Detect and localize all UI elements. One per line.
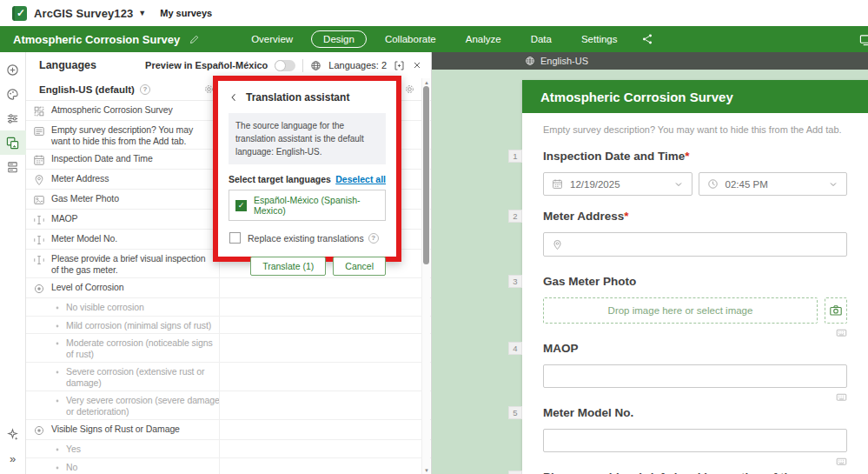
target-language-option[interactable]: ✓ Español-México (Spanish-Mexico) xyxy=(229,190,386,221)
bullet-icon xyxy=(55,341,60,346)
survey-navbar: Atmospheric Corrosion Survey OverviewDes… xyxy=(0,26,868,52)
address-input[interactable] xyxy=(543,232,847,257)
bullet-icon xyxy=(55,370,60,375)
nav-tab[interactable]: Overview xyxy=(236,31,308,47)
nav-tab[interactable]: Design xyxy=(311,30,367,48)
bullet-icon xyxy=(55,305,60,310)
question-list-item[interactable]: Level of Corrosion xyxy=(26,278,431,298)
text-input[interactable] xyxy=(543,364,847,388)
question-label: Meter Model No. xyxy=(51,233,209,244)
preview-language-toggle[interactable] xyxy=(275,60,295,71)
dialog-title: Translation assistant xyxy=(246,91,349,103)
question-label: Atmospheric Corrosion Survey xyxy=(51,104,209,116)
time-picker-field[interactable]: 02:45 PM xyxy=(699,172,848,196)
question-list-item[interactable]: No visible corrosion xyxy=(26,298,431,317)
target-language-label: Español-México (Spanish-Mexico) xyxy=(254,195,379,216)
radio-icon xyxy=(33,283,45,295)
survey-description-hint: Empty survey description? You may want t… xyxy=(543,113,847,135)
text-input[interactable] xyxy=(543,429,847,452)
divider xyxy=(302,59,303,72)
language-columns-icon[interactable] xyxy=(394,60,405,71)
publish-icon[interactable] xyxy=(859,33,868,46)
camera-button[interactable] xyxy=(825,297,847,324)
time-value: 02:45 PM xyxy=(726,179,768,190)
replace-help-icon[interactable]: ? xyxy=(368,233,379,244)
help-icon[interactable]: ? xyxy=(140,84,150,95)
cancel-button[interactable]: Cancel xyxy=(333,257,386,276)
question-list-item[interactable]: Moderate corrosion (noticeable signs of … xyxy=(26,334,431,363)
question-label: Mild corrosion (minimal signs of rust) xyxy=(66,320,221,331)
question-list-item[interactable]: Mild corrosion (minimal signs of rust) xyxy=(26,317,431,335)
deselect-all-link[interactable]: Deselect all xyxy=(335,174,386,184)
question-number: 4 xyxy=(508,342,522,355)
survey123-logo-icon[interactable]: ✓ xyxy=(12,6,27,21)
replace-translations-checkbox[interactable] xyxy=(229,232,241,244)
globe-icon xyxy=(525,56,535,66)
top-app-bar: ✓ ArcGIS Survey123 ▼ My surveys xyxy=(0,0,868,26)
question-photo: 3 Gas Meter Photo Drop image here or sel… xyxy=(543,274,847,324)
map-pin-icon xyxy=(552,239,563,250)
nav-tab[interactable]: Data xyxy=(516,31,567,47)
question-text-maop: 4 MAOP xyxy=(543,341,847,388)
replace-translations-label: Replace existing translations ? xyxy=(248,233,379,244)
appearance-icon[interactable] xyxy=(0,82,26,106)
question-number: 3 xyxy=(508,275,522,288)
question-label: Inspection Date and Time xyxy=(51,153,209,164)
translate-button[interactable]: Translate (1) xyxy=(250,257,326,276)
question-list-item[interactable]: Severe corrosion (extensive rust or dama… xyxy=(26,363,431,391)
question-list-item[interactable]: Visible Signs of Rust or Damage xyxy=(26,420,431,440)
date-picker-field[interactable]: 12/19/2025 xyxy=(543,172,692,196)
nav-tab[interactable]: Settings xyxy=(567,31,633,47)
question-list-item[interactable]: Very severe corrosion (severe damage or … xyxy=(26,391,431,420)
scrollbar-thumb[interactable] xyxy=(423,86,429,264)
survey-form-card: Atmospheric Corrosion Survey Empty surve… xyxy=(522,80,868,474)
target-language-checkbox[interactable]: ✓ xyxy=(235,200,247,211)
question-label: Gas Meter Photo xyxy=(51,193,209,204)
question-label: No visible corrosion xyxy=(66,302,221,313)
target-language-gear-icon[interactable] xyxy=(404,83,415,95)
keyboard-icon[interactable] xyxy=(836,391,847,403)
question-list-item[interactable]: No xyxy=(26,458,431,474)
languages-count[interactable]: Languages: 2 xyxy=(328,60,387,70)
question-label: Empty survey description? You may want t… xyxy=(51,124,209,146)
translations-icon[interactable] xyxy=(0,130,26,155)
pages-icon[interactable] xyxy=(0,155,26,179)
survey123-designer-window: ✓ ArcGIS Survey123 ▼ My surveys Atmosphe… xyxy=(0,0,868,474)
dialog-header: Translation assistant xyxy=(229,91,386,103)
bullet-icon xyxy=(55,324,60,329)
preview-language-bar: English-US xyxy=(432,52,868,70)
nav-tab[interactable]: Collaborate xyxy=(370,31,451,47)
add-question-icon[interactable] xyxy=(0,57,26,82)
ai-assistant-sparkle-icon[interactable] xyxy=(0,422,26,446)
close-panel-icon[interactable] xyxy=(412,60,422,70)
edit-title-pencil-icon[interactable] xyxy=(189,34,200,45)
globe-icon xyxy=(310,60,321,71)
scroll-down-arrow[interactable]: ▼ xyxy=(422,466,431,474)
question-label: Visible Signs of Rust or Damage xyxy=(51,424,209,435)
nav-tab[interactable]: Analyze xyxy=(451,31,516,47)
question-label: Very severe corrosion (severe damage or … xyxy=(66,395,221,417)
collapse-panel-icon[interactable]: » xyxy=(0,446,26,471)
survey-card-header: Atmospheric Corrosion Survey xyxy=(522,80,868,113)
question-number: 2 xyxy=(508,210,522,223)
note-icon xyxy=(33,125,45,137)
text-input-icon xyxy=(33,254,45,266)
options-icon[interactable] xyxy=(0,106,26,130)
my-surveys-link[interactable]: My surveys xyxy=(160,8,212,18)
keyboard-icon[interactable] xyxy=(836,456,847,467)
chevron-down-icon[interactable] xyxy=(673,179,684,190)
back-chevron-icon[interactable] xyxy=(229,92,239,103)
question-label: No xyxy=(66,462,221,473)
survey-preview-pane: English-US Atmospheric Corrosion Survey … xyxy=(432,52,868,474)
share-icon[interactable] xyxy=(641,33,653,45)
bullet-icon xyxy=(55,447,60,452)
question-list-item[interactable]: Yes xyxy=(26,440,431,458)
app-switcher-caret-icon[interactable]: ▼ xyxy=(138,9,146,17)
keyboard-icon[interactable] xyxy=(836,327,847,338)
chevron-down-icon[interactable] xyxy=(828,179,838,190)
scroll-up-arrow[interactable]: ▲ xyxy=(422,78,431,86)
image-dropzone[interactable]: Drop image here or select image xyxy=(543,297,818,324)
panel-scrollbar[interactable]: ▲ ▼ xyxy=(421,78,430,474)
bullet-icon xyxy=(55,398,60,404)
source-language-info: The source language for the translation … xyxy=(229,113,386,164)
